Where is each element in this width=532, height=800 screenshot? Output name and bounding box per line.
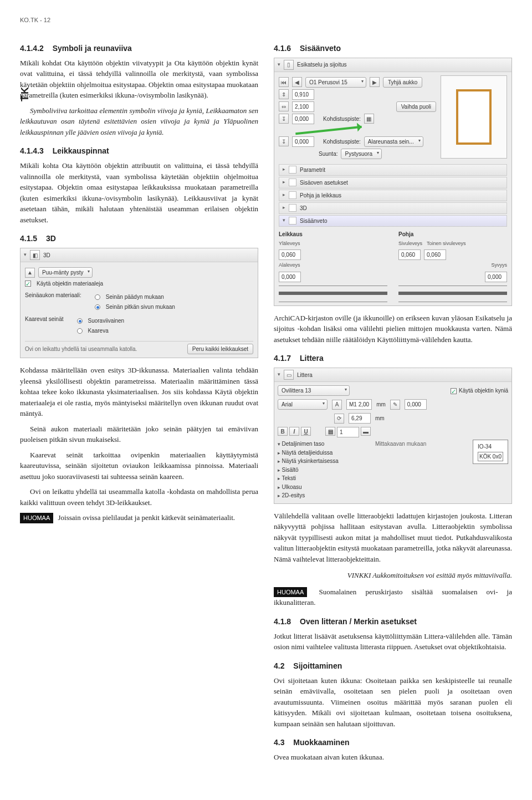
door-preview-icon bbox=[456, 89, 492, 145]
heading-418: 4.1.8 Oven litteran / Merkin asetukset bbox=[274, 616, 512, 628]
heading-text: Leikkauspinnat bbox=[53, 146, 109, 155]
note-text: Joissain ovissa pielilaudat ja penkit kä… bbox=[58, 513, 236, 522]
undo-cuts-button[interactable]: Peru kaikki leikkaukset bbox=[187, 344, 253, 354]
material-icon[interactable]: ▲ bbox=[25, 268, 35, 278]
frame-toggle-icon[interactable]: ▬ bbox=[361, 427, 371, 436]
material-dropdown[interactable]: Puu-mänty pysty bbox=[38, 267, 93, 278]
tree-item[interactable]: Teksti bbox=[278, 474, 367, 483]
tab-pohja-ja-leikkaus[interactable]: ▸Pohja ja leikkaus bbox=[279, 190, 507, 201]
heading-num: 4.3 bbox=[274, 738, 284, 747]
direction-label: Suunta: bbox=[319, 150, 337, 158]
italic-button[interactable]: I bbox=[289, 427, 299, 436]
radio-straight[interactable] bbox=[77, 318, 83, 324]
value-input[interactable]: 2,100 bbox=[292, 101, 314, 112]
para: Ovi sijoitetaan kuten ikkuna: Osoitetaan… bbox=[274, 675, 512, 730]
tree-item[interactable]: Ulkoasu bbox=[278, 483, 367, 492]
parameter-tree[interactable]: Detaljinimen taso Näytä detaljieiduissa … bbox=[278, 440, 367, 500]
value-input[interactable]: 0,060 bbox=[279, 249, 301, 260]
cube-icon bbox=[289, 204, 296, 212]
screenshot-3d-panel: ▾ ◧ 3D ▲ Puu-mänty pysty Käytä objektin … bbox=[20, 248, 258, 358]
radio-end[interactable] bbox=[95, 294, 100, 300]
bold-button[interactable]: B bbox=[278, 427, 288, 436]
panel-header[interactable]: ▾ ▯ Esikatselu ja sijoitus bbox=[274, 58, 511, 72]
radio-label: Seinän pitkän sivun mukaan bbox=[106, 303, 175, 311]
pen-icon[interactable]: ✎ bbox=[390, 400, 400, 410]
checkbox-label: Käytä objektin kyniä bbox=[459, 388, 508, 394]
width-icon: ⇔ bbox=[279, 101, 289, 111]
height-icon: ⇕ bbox=[279, 89, 289, 99]
disclosure-icon[interactable]: ▾ bbox=[278, 61, 280, 69]
tree-item[interactable]: Näytä detaljieiduissa bbox=[278, 449, 367, 457]
font-dropdown[interactable]: Arial bbox=[278, 399, 328, 410]
disclosure-icon[interactable]: ▾ bbox=[24, 251, 27, 259]
side-tab-label: TK bbox=[18, 86, 33, 101]
nav-first-icon[interactable]: ⏮ bbox=[279, 77, 289, 87]
tree-item[interactable]: Näytä yksinkertaisessa bbox=[278, 457, 367, 466]
empty-opening-button[interactable]: Tyhjä aukko bbox=[383, 77, 422, 88]
swap-side-button[interactable]: Vaihda puoli bbox=[396, 101, 436, 112]
value-input[interactable]: 0,910 bbox=[292, 89, 314, 100]
littera-preview-box: IO-34 KÖK 0x0 bbox=[473, 440, 508, 464]
para: Seinä aukon materiaali määritetään joko … bbox=[20, 424, 258, 445]
anchor-icon: ↧ bbox=[279, 136, 289, 146]
nav-next-icon[interactable]: ▶ bbox=[370, 77, 380, 87]
heading-text: Sijoittaminen bbox=[293, 661, 342, 670]
value-input[interactable]: 0,060 bbox=[398, 249, 421, 260]
para: Jotkut litterat lisäävät asetuksensa käy… bbox=[274, 631, 512, 653]
para: Kaarevat seinät tarkoittaa ovipenkin mat… bbox=[20, 450, 258, 482]
green-arrow-annotation bbox=[279, 126, 436, 135]
heading-text: Littera bbox=[300, 354, 324, 363]
align-button[interactable]: ▤ bbox=[325, 427, 335, 436]
heading-num: 4.1.5 bbox=[20, 234, 37, 243]
object-dropdown[interactable]: O1 Perusovi 15 bbox=[305, 77, 366, 88]
value-input[interactable]: 0,000 bbox=[485, 272, 507, 282]
tab-3d[interactable]: ▸3D bbox=[279, 202, 507, 214]
text-height-icon: A bbox=[332, 400, 342, 410]
tree-item[interactable]: Sisältö bbox=[278, 466, 367, 475]
size-input[interactable]: M1 2,00 bbox=[346, 399, 372, 410]
radio-long-side[interactable] bbox=[95, 304, 100, 310]
heading-416: 4.1.6 Sisäänveto bbox=[274, 43, 512, 54]
panel-header[interactable]: ▾ ◧ 3D bbox=[21, 248, 258, 262]
use-object-materials-checkbox[interactable] bbox=[25, 281, 31, 287]
use-object-pens-checkbox[interactable] bbox=[451, 388, 457, 394]
heading-num: 4.1.4.3 bbox=[20, 146, 44, 155]
anchor-label: Kohdistuspiste: bbox=[323, 115, 361, 123]
heading-417: 4.1.7 Littera bbox=[274, 353, 512, 364]
disclosure-icon[interactable]: ▾ bbox=[278, 371, 280, 379]
value-input[interactable]: 0,060 bbox=[424, 249, 446, 260]
value-input[interactable]: 0,000 bbox=[279, 272, 301, 282]
screenshot-littera-panel: ▾ ▭ Littera Ovilittera 13 Käytä objektin… bbox=[274, 368, 512, 504]
value-input[interactable]: 0,000 bbox=[292, 136, 314, 147]
tree-item[interactable]: Detaljinimen taso bbox=[278, 440, 367, 449]
tab-sisaanveto[interactable]: ▾Sisäänveto bbox=[279, 215, 507, 227]
param-icon bbox=[289, 166, 296, 174]
heading-text: Muokkaaminen bbox=[293, 738, 349, 747]
toinen-sivuleveys-label: Toinen sivuleveys bbox=[427, 240, 466, 248]
direction-dropdown[interactable]: Pystysuora bbox=[341, 149, 381, 159]
heading-42: 4.2 Sijoittaminen bbox=[274, 660, 512, 672]
underline-button[interactable]: U bbox=[301, 427, 311, 436]
para: Symboliviiva tarkoittaa elementin symbol… bbox=[20, 105, 258, 138]
plan-diagram bbox=[398, 286, 507, 302]
note-text: Suomalainen peruskirjasto sisältää suoma… bbox=[274, 588, 512, 607]
tab-parametrit[interactable]: ▸Parametrit bbox=[279, 164, 507, 176]
curved-walls-label: Kaarevat seinät bbox=[25, 315, 64, 323]
panel-title: 3D bbox=[43, 251, 50, 259]
pen-input[interactable]: 0,000 bbox=[405, 399, 427, 410]
tree-item[interactable]: 2D-esitys bbox=[278, 491, 367, 500]
para: Kohdassa määritellään oven esitys 3D-ikk… bbox=[20, 365, 258, 419]
littera-object-dropdown[interactable]: Ovilittera 13 bbox=[278, 385, 350, 396]
panel-header[interactable]: ▾ ▭ Littera bbox=[274, 368, 511, 382]
num-input[interactable]: 1 bbox=[337, 427, 359, 437]
nav-prev-icon[interactable]: ◀ bbox=[292, 77, 302, 87]
value-input[interactable]: 0,000 bbox=[292, 114, 314, 124]
heading-text: Symboli ja reunaviiva bbox=[53, 44, 132, 53]
radio-curved[interactable] bbox=[77, 328, 83, 334]
heading-43: 4.3 Muokkaaminen bbox=[274, 737, 512, 748]
anchor-dropdown[interactable]: Alareunasta sein... bbox=[364, 136, 423, 147]
angle-input[interactable]: 6,29 bbox=[349, 413, 371, 424]
para: Mikäli kohdat Ota käyttöön objektin viiv… bbox=[20, 58, 258, 101]
tab-sisaoven-asetukset[interactable]: ▸Sisäoven asetukset bbox=[279, 177, 507, 188]
para: Ovea muokataan aivan kuten ikkunaa. bbox=[274, 752, 512, 763]
